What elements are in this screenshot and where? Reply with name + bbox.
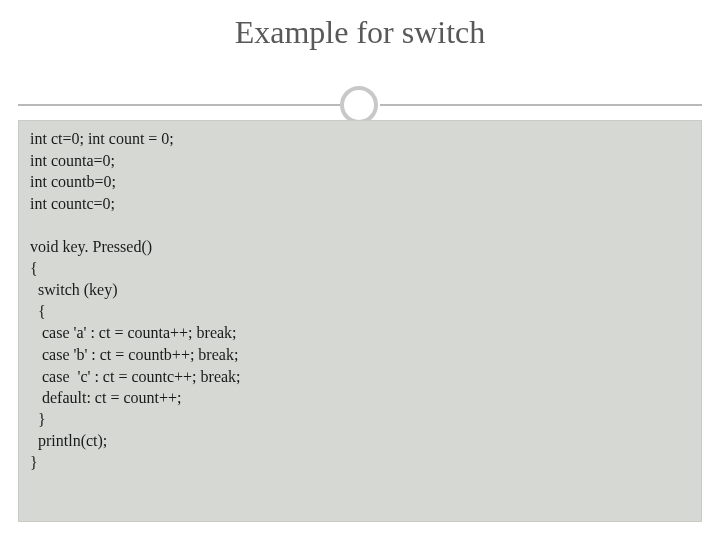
code-line: default: ct = count++; [30, 389, 181, 406]
divider-line-right [380, 104, 702, 106]
code-block: int ct=0; int count = 0; int counta=0; i… [30, 128, 241, 474]
code-line: } [30, 411, 46, 428]
code-line: println(ct); [30, 432, 107, 449]
code-line: { [30, 260, 38, 277]
slide: Example for switch int ct=0; int count =… [0, 0, 720, 540]
code-line: switch (key) [30, 281, 118, 298]
code-line: case 'a' : ct = counta++; break; [30, 324, 237, 341]
code-line: int countc=0; [30, 195, 115, 212]
code-line: int ct=0; int count = 0; [30, 130, 174, 147]
ring-icon [340, 86, 378, 124]
code-line: void key. Pressed() [30, 238, 152, 255]
divider-line-left [18, 104, 340, 106]
code-line: { [30, 303, 46, 320]
code-line: case 'b' : ct = countb++; break; [30, 346, 238, 363]
code-line: } [30, 454, 38, 471]
code-line: int countb=0; [30, 173, 116, 190]
slide-title: Example for switch [0, 14, 720, 51]
code-line: int counta=0; [30, 152, 115, 169]
code-line: case 'c' : ct = countc++; break; [30, 368, 241, 385]
